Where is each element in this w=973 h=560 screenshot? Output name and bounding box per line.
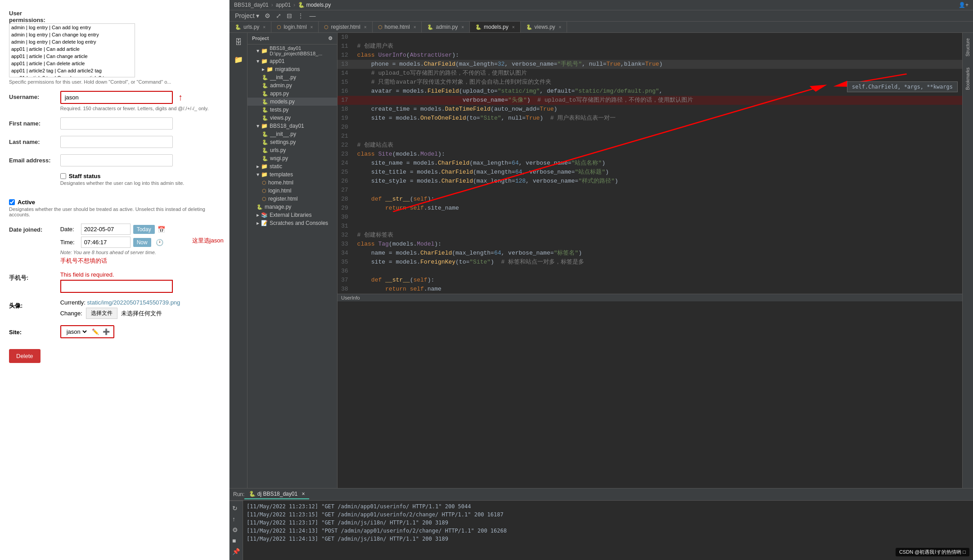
site-edit-icon[interactable]: ✏️	[92, 328, 99, 335]
tree-scratches[interactable]: ▸ 📝 Scratches and Consoles	[248, 219, 337, 227]
tree-home-html[interactable]: ⬡ home.html	[248, 179, 337, 187]
tab-admin-py[interactable]: 🐍 admin.py ×	[422, 22, 470, 32]
tab-views-py[interactable]: 🐍 views.py ×	[521, 22, 568, 32]
tree-settings-icon[interactable]: ⚙	[328, 36, 333, 41]
date-input[interactable]	[81, 224, 131, 235]
project-icon[interactable]: 📁	[232, 54, 245, 66]
phone-input[interactable]	[60, 280, 173, 293]
run-settings-icon[interactable]: ⚙	[232, 526, 240, 533]
structure-tab[interactable]: Structure	[964, 33, 972, 62]
firstname-input[interactable]	[60, 117, 173, 130]
project-dropdown[interactable]: Project ▾	[233, 11, 261, 20]
tree-tests-py[interactable]: 🐍 tests.py	[248, 106, 337, 114]
app01-chevron: ▾	[257, 58, 259, 64]
delete-button[interactable]: Delete	[9, 349, 41, 363]
tab-urls-py[interactable]: 🐍 urls.py ×	[230, 22, 271, 32]
more-icon[interactable]: ⋮	[296, 11, 306, 20]
tab-home-close[interactable]: ×	[414, 25, 416, 30]
active-checkbox[interactable]	[9, 199, 15, 205]
tree-settings-py[interactable]: 🐍 settings.py	[248, 138, 337, 146]
permission-item[interactable]: app01 | article | Can change article	[9, 53, 135, 60]
run-pin-icon[interactable]: 📌	[232, 548, 240, 555]
code-editor[interactable]: self.CharField, *args, **kwargs 10	[338, 33, 962, 488]
now-button[interactable]: Now	[133, 238, 151, 247]
tab-views-close[interactable]: ×	[559, 25, 562, 30]
tree-wsgi-py[interactable]: 🐍 wsgi.py	[248, 154, 337, 162]
tree-init-bbs18[interactable]: 🐍 __init__.py	[248, 130, 337, 138]
split-icon[interactable]: ⊟	[285, 11, 294, 20]
permission-item[interactable]: app01 | article | Can delete article	[9, 60, 135, 67]
views-py-icon: 🐍	[526, 24, 532, 30]
permissions-list[interactable]: admin | log entry | Can add log entry ad…	[9, 23, 135, 77]
permission-item[interactable]: app01 | article2 tag | Can change articl…	[9, 74, 135, 77]
permission-item[interactable]: admin | log entry | Can change log entry	[9, 31, 135, 38]
tree-login-html[interactable]: ⬡ login.html	[248, 187, 337, 195]
expand-icon[interactable]: ⤢	[274, 11, 283, 20]
run-log-line: [11/May/2022 11:24:13] "GET /admin/js/i1…	[247, 535, 969, 543]
clock-icon[interactable]: 🕐	[156, 239, 163, 246]
py-icon: 🐍	[262, 83, 268, 89]
tab-register-close[interactable]: ×	[364, 25, 367, 30]
close-left-icon[interactable]: —	[307, 11, 317, 20]
db-browser-icon[interactable]: 🗄	[233, 36, 244, 48]
today-button[interactable]: Today	[133, 225, 155, 234]
code-line: 30	[338, 213, 962, 222]
email-input[interactable]	[60, 154, 173, 166]
tree-urls-py[interactable]: 🐍 urls.py	[248, 146, 337, 154]
run-log-line: [11/May/2022 11:23:17] "GET /admin/js/i1…	[247, 519, 969, 527]
permission-item[interactable]: app01 | article2 tag | Can add article2 …	[9, 67, 135, 74]
tree-migrations[interactable]: ▸ 📁 migrations	[248, 65, 337, 73]
permission-item[interactable]: app01 | article | Can add article	[9, 45, 135, 53]
tab-login-close[interactable]: ×	[311, 25, 313, 30]
breadcrumb-file[interactable]: 🐍 models.py	[298, 2, 331, 8]
username-input[interactable]	[60, 91, 173, 104]
permission-item[interactable]: admin | log entry | Can add log entry	[9, 24, 135, 31]
tree-root[interactable]: ▾ 📁 BBS18_day01 D:\py_project\BBS18_...	[248, 45, 337, 57]
settings-icon[interactable]: ⚙	[263, 11, 272, 20]
tree-models-py[interactable]: 🐍 models.py	[248, 98, 337, 106]
tree-external-libs[interactable]: ▸ 📚 External Libraries	[248, 211, 337, 219]
tab-models-py[interactable]: 🐍 models.py ×	[470, 22, 521, 32]
run-scroll-up-icon[interactable]: ↑	[232, 515, 240, 523]
tab-register-html[interactable]: ⬡ register.html ×	[319, 22, 372, 32]
staff-checkbox[interactable]	[60, 173, 66, 179]
run-restart-icon[interactable]: ↻	[232, 505, 240, 512]
date-joined-field: Date joined: Date: Today 📅 Time: Now 🕐 这…	[9, 224, 220, 265]
run-tab-bbs18[interactable]: 🐍 dj BBS18_day01 ×	[244, 489, 309, 499]
tree-apps-py[interactable]: 🐍 apps.py	[248, 90, 337, 98]
views-py-label: views.py	[270, 115, 291, 121]
run-stop-icon[interactable]: ■	[232, 537, 240, 544]
scratch-label: Scratches and Consoles	[270, 220, 328, 226]
site-add-icon[interactable]: ➕	[103, 328, 110, 335]
tree-header: Project ⚙	[248, 33, 337, 45]
tree-views-py[interactable]: 🐍 views.py	[248, 114, 337, 122]
time-input[interactable]	[81, 237, 131, 248]
tab-admin-close[interactable]: ×	[461, 25, 464, 30]
tab-models-close[interactable]: ×	[512, 25, 515, 30]
tree-static[interactable]: ▸ 📁 static	[248, 162, 337, 170]
tree-app01[interactable]: ▾ 📁 app01	[248, 57, 337, 65]
py-icon: 🐍	[262, 115, 268, 121]
tab-urls-close[interactable]: ×	[263, 25, 266, 30]
calendar-icon[interactable]: 📅	[158, 226, 165, 233]
lastname-input[interactable]	[60, 136, 173, 148]
tree-register-html[interactable]: ⬡ register.html	[248, 195, 337, 203]
tree-admin-py[interactable]: 🐍 admin.py	[248, 81, 337, 90]
user-icon[interactable]: 👤+	[959, 2, 968, 8]
bookmarks-tab[interactable]: Bookmarks	[964, 62, 972, 95]
file-choose-button[interactable]: 选择文件	[86, 308, 117, 319]
tree-init-app01[interactable]: 🐍 __init__.py	[248, 73, 337, 81]
permission-item[interactable]: admin | log entry | Can delete log entry	[9, 38, 135, 45]
tree-manage-py[interactable]: 🐍 manage.py	[248, 203, 337, 211]
code-line: 26 site_style = models.CharField(max_len…	[338, 177, 962, 186]
run-tab-close[interactable]: ×	[302, 491, 305, 497]
tree-templates[interactable]: ▾ 📁 templates	[248, 170, 337, 179]
avatar-link[interactable]: static/img/20220507154550739.png	[87, 299, 180, 306]
models-py-icon: 🐍	[475, 24, 482, 30]
tab-login-html[interactable]: ⬡ login.html ×	[271, 22, 319, 32]
breadcrumb-app[interactable]: app01	[276, 2, 291, 8]
breadcrumb-project[interactable]: BBS18_day01	[234, 2, 269, 8]
tab-home-html[interactable]: ⬡ home.html ×	[373, 22, 422, 32]
site-select[interactable]: jason	[65, 328, 88, 336]
tree-bbs18[interactable]: ▾ 📁 BBS18_day01	[248, 122, 337, 130]
